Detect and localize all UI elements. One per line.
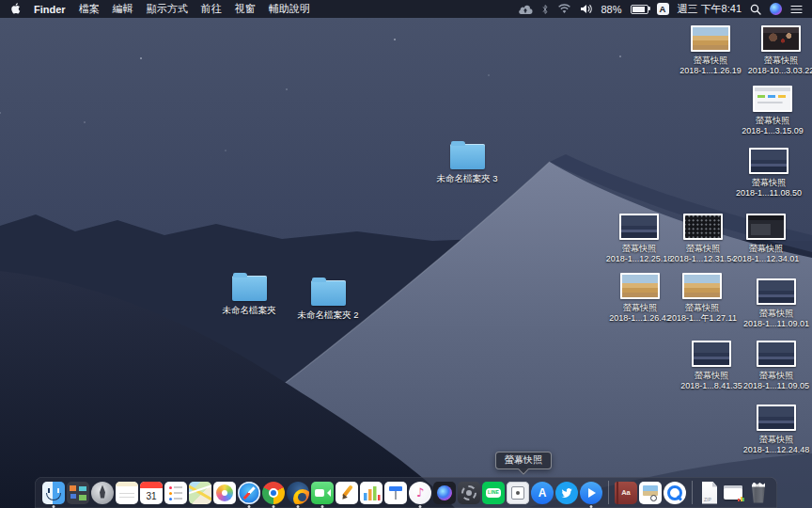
dock-item-photos[interactable] <box>213 477 236 508</box>
dock-item-screenshot[interactable] <box>507 477 529 508</box>
desktop-file-screenshot-2[interactable]: 螢幕快照2018-10...3.03.22 <box>743 25 812 76</box>
finder-icon <box>42 482 65 504</box>
desktop-file-screenshot-1[interactable]: 螢幕快照2018-1...1.26.19 <box>673 25 748 76</box>
battery-icon[interactable] <box>631 5 648 14</box>
zip-file-icon: ZIP <box>698 482 721 504</box>
folder-label: 未命名檔案夾 3 <box>437 173 498 185</box>
screenshot-thumbnail <box>753 86 792 112</box>
dock-divider <box>692 481 693 504</box>
desktop-file-screenshot-9[interactable]: 螢幕快照2018-1...午1.27.11 <box>664 273 740 324</box>
menu-help[interactable]: 輔助說明 <box>269 2 310 16</box>
dock-item-numbers[interactable] <box>360 477 383 508</box>
running-indicator <box>321 505 324 508</box>
dock-item-calendar[interactable]: 31 <box>140 477 163 508</box>
running-indicator <box>297 505 300 508</box>
dock-item-dictionary[interactable]: Aa <box>615 477 637 508</box>
wifi-icon[interactable] <box>557 4 571 14</box>
desktop-folder-2[interactable]: 未命名檔案夾 2 <box>286 277 370 322</box>
dock-item-launchpad[interactable] <box>91 477 114 508</box>
desktop-file-screenshot-11[interactable]: 螢幕快照2018-1...8.41.35 <box>674 341 749 391</box>
menu-app-name[interactable]: Finder <box>34 4 66 15</box>
dock-tooltip: 螢幕快照 <box>495 452 552 469</box>
file-label: 螢幕快照2018-1...12.31.54 <box>670 244 737 264</box>
desktop-file-screenshot-7[interactable]: 螢幕快照2018-1...12.34.01 <box>728 214 804 264</box>
dock-item-chrome[interactable] <box>262 477 285 508</box>
dock-item-reminders[interactable] <box>164 477 187 508</box>
bluetooth-icon[interactable] <box>541 4 549 15</box>
menu-view[interactable]: 顯示方式 <box>147 2 188 16</box>
dock-item-facetime[interactable] <box>311 477 334 508</box>
screenshot-thumbnail <box>746 214 786 240</box>
dock-item-preview[interactable] <box>639 477 662 508</box>
menu-bar: Finder 檔案 編輯 顯示方式 前往 視窗 輔助說明 88% A 週三 下午… <box>0 0 812 18</box>
desktop-file-screenshot-4[interactable]: 螢幕快照2018-1...11.08.50 <box>731 148 806 198</box>
desktop-folder-3[interactable]: 未命名檔案夾 3 <box>425 140 509 185</box>
desktop-folder-1[interactable]: 未命名檔案夾 <box>207 272 291 317</box>
menu-edit[interactable]: 編輯 <box>113 2 133 16</box>
notification-center-icon[interactable] <box>790 5 803 14</box>
dock-item-notes[interactable] <box>116 477 138 508</box>
dock-item-mission-control[interactable] <box>67 477 89 508</box>
dock-item-video-player[interactable] <box>580 477 602 508</box>
siri-icon[interactable] <box>770 3 782 15</box>
screenshot-thumbnail <box>620 273 660 299</box>
menu-file[interactable]: 檔案 <box>79 2 100 16</box>
numbers-chart-icon <box>360 482 383 504</box>
screenshot-thumbnail <box>692 341 731 367</box>
dock: 31 LINE A Aa ZIP <box>35 477 777 508</box>
folder-icon <box>311 280 346 306</box>
firefox-icon <box>287 482 309 504</box>
dock-item-zip-file[interactable]: ZIP <box>698 477 721 508</box>
folder-label: 未命名檔案夾 2 <box>298 310 359 322</box>
input-source-badge[interactable]: A <box>657 3 669 15</box>
folder-label: 未命名檔案夾 <box>223 305 276 317</box>
desktop-file-screenshot-13[interactable]: 螢幕快照2018-1...12.24.48 <box>739 405 812 455</box>
dock-item-keynote[interactable] <box>384 477 407 508</box>
dock-item-finder[interactable] <box>42 477 65 508</box>
menu-window[interactable]: 視窗 <box>235 2 256 16</box>
notes-icon <box>116 482 138 504</box>
dock-item-itunes[interactable] <box>409 477 431 508</box>
file-label: 螢幕快照2018-1...12.24.48 <box>743 435 810 455</box>
apple-menu[interactable] <box>9 2 21 17</box>
dock-item-trash[interactable] <box>747 477 770 508</box>
volume-icon[interactable] <box>580 4 593 14</box>
dock-item-firefox[interactable] <box>287 477 309 508</box>
folder-icon <box>232 276 267 301</box>
menu-bar-status-area: 88% A 週三 下午8:41 <box>518 2 804 16</box>
desktop-file-screenshot-10[interactable]: 螢幕快照2018-1...11.09.01 <box>739 278 812 329</box>
dock-item-line[interactable]: LINE <box>482 477 505 508</box>
dictionary-label: Aa <box>621 488 631 497</box>
screenshot-thumbnail <box>619 214 659 240</box>
dock-item-quicktime[interactable] <box>664 477 686 508</box>
dock-item-system-preferences[interactable] <box>458 477 480 508</box>
file-label: 螢幕快照2018-1...8.41.35 <box>680 371 742 391</box>
dock-item-app-store[interactable]: A <box>531 477 554 508</box>
menu-go[interactable]: 前往 <box>201 2 222 16</box>
desktop-file-screenshot-12[interactable]: 螢幕快照2018-1...11.09.05 <box>739 341 812 391</box>
quicktime-q-icon <box>664 482 686 504</box>
dock-divider <box>608 481 609 504</box>
spotlight-search-icon[interactable] <box>750 4 761 15</box>
facetime-camera-icon <box>311 482 334 504</box>
itunes-note-icon <box>409 482 431 504</box>
dock-item-twitter[interactable] <box>555 477 578 508</box>
menu-bar-clock[interactable]: 週三 下午8:41 <box>678 2 742 16</box>
dock-item-siri[interactable] <box>433 477 456 508</box>
dock-item-maps[interactable] <box>189 477 211 508</box>
folder-icon <box>450 144 485 169</box>
screenshot-thumbnail <box>749 148 789 174</box>
line-label: LINE <box>486 488 501 498</box>
dock-item-document-window[interactable] <box>723 477 745 508</box>
photos-pinwheel-icon <box>213 482 236 504</box>
keynote-podium-icon <box>384 482 407 504</box>
reminders-icon <box>164 482 187 504</box>
icloud-sync-icon[interactable] <box>518 4 533 15</box>
dock-item-pages[interactable] <box>336 477 358 508</box>
running-indicator <box>419 505 422 508</box>
dock-item-safari[interactable] <box>238 477 260 508</box>
trash-full-icon <box>747 482 770 504</box>
battery-percent[interactable]: 88% <box>601 4 622 15</box>
desktop-file-screenshot-3[interactable]: 螢幕快照2018-1...3.15.09 <box>735 86 810 136</box>
running-indicator <box>248 505 251 508</box>
